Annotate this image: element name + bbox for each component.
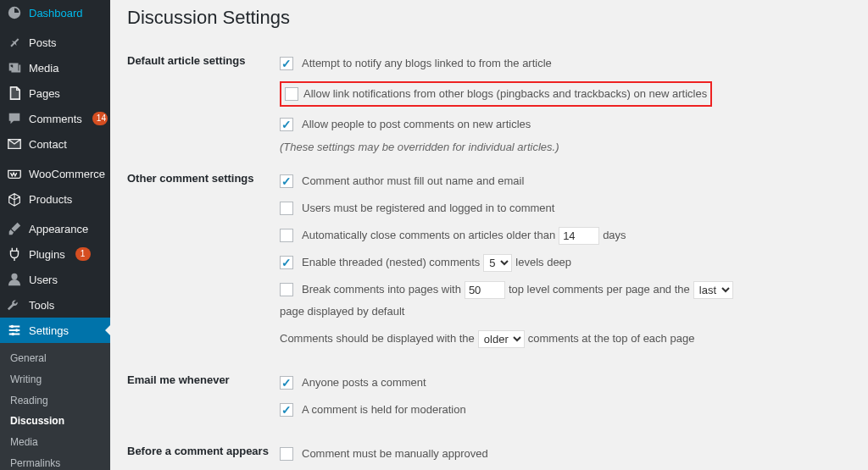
settings-form: Default article settings Attempt to noti… xyxy=(127,44,851,470)
checkbox-auto-close[interactable] xyxy=(280,229,293,242)
sidebar-item-settings[interactable]: Settings xyxy=(0,318,110,343)
label-email-anyone[interactable]: Anyone posts a comment xyxy=(302,373,426,392)
sidebar-item-comments[interactable]: Comments14 xyxy=(0,106,110,131)
pages-icon xyxy=(7,86,22,101)
sidebar-item-label: Tools xyxy=(29,299,54,312)
select-comment-order[interactable]: older xyxy=(478,330,525,348)
label-break-mid: top level comments per page and the xyxy=(509,280,690,299)
sidebar-item-products[interactable]: Products xyxy=(0,186,110,212)
select-break-page[interactable]: last xyxy=(693,281,733,299)
label-break-pre[interactable]: Break comments into pages with xyxy=(302,280,461,299)
sidebar-item-label: Products xyxy=(29,193,72,206)
label-name-email[interactable]: Comment author must fill out name and em… xyxy=(302,172,524,191)
mail-icon xyxy=(7,136,22,152)
default-article-hint: (These settings may be overridden for in… xyxy=(280,141,851,153)
label-notify-blogs[interactable]: Attempt to notify any blogs linked to fr… xyxy=(302,54,552,73)
section-email-heading: Email me whenever xyxy=(127,363,280,434)
settings-submenu: GeneralWritingReadingDiscussionMediaPerm… xyxy=(0,343,110,470)
sidebar-item-label: Appearance xyxy=(29,223,88,235)
checkbox-name-email[interactable] xyxy=(280,174,293,188)
submenu-item-permalinks[interactable]: Permalinks xyxy=(0,453,110,470)
checkbox-manual-approve[interactable] xyxy=(280,447,293,461)
sidebar-item-label: Media xyxy=(29,62,58,75)
sidebar-item-label: Contact xyxy=(29,138,67,151)
checkbox-threaded[interactable] xyxy=(280,256,293,269)
sidebar-item-contact[interactable]: Contact xyxy=(0,131,110,157)
sidebar-item-media[interactable]: Media xyxy=(0,55,110,80)
select-threaded-levels[interactable]: 5 xyxy=(483,254,512,272)
label-email-held[interactable]: A comment is held for moderation xyxy=(302,401,466,419)
submenu-item-media[interactable]: Media xyxy=(0,432,110,453)
label-registered[interactable]: Users must be registered and logged in t… xyxy=(302,199,554,218)
sidebar-item-label: Settings xyxy=(29,324,69,337)
media-icon xyxy=(7,60,22,75)
sidebar-item-label: Pages xyxy=(29,87,60,100)
badge-count: 14 xyxy=(92,112,108,125)
sidebar-item-users[interactable]: Users xyxy=(0,267,110,292)
sidebar-item-label: Posts xyxy=(29,36,57,49)
input-break-count[interactable] xyxy=(465,281,505,299)
input-auto-close-days[interactable] xyxy=(559,227,599,245)
label-order-pre: Comments should be displayed with the xyxy=(280,329,475,348)
highlight-pingback-option: Allow link notifications from other blog… xyxy=(280,81,712,107)
label-break-post: page displayed by default xyxy=(280,302,404,321)
sidebar-item-woocommerce[interactable]: WooCommerce xyxy=(0,161,110,186)
sidebar-item-label: WooCommerce xyxy=(29,168,105,180)
sidebar-item-label: Dashboard xyxy=(29,7,83,19)
checkbox-allow-comments[interactable] xyxy=(280,118,293,131)
dashboard-icon xyxy=(7,5,22,20)
page-title: Discussion Settings xyxy=(127,7,851,29)
product-icon xyxy=(7,191,22,207)
sidebar-item-label: Plugins xyxy=(29,248,65,261)
label-allow-comments[interactable]: Allow people to post comments on new art… xyxy=(302,115,531,134)
svg-point-0 xyxy=(11,325,14,329)
label-order-post: comments at the top of each page xyxy=(528,329,695,348)
sidebar-item-posts[interactable]: Posts xyxy=(0,30,110,55)
checkbox-registered[interactable] xyxy=(280,202,293,215)
wrench-icon xyxy=(7,297,22,312)
label-threaded-pre[interactable]: Enable threaded (nested) comments xyxy=(302,253,480,272)
checkbox-allow-pingbacks[interactable] xyxy=(285,87,298,101)
svg-point-1 xyxy=(15,329,19,332)
sidebar-item-plugins[interactable]: Plugins1 xyxy=(0,241,110,267)
plug-icon xyxy=(7,246,22,262)
sidebar-item-label: Comments xyxy=(29,113,82,125)
label-threaded-post: levels deep xyxy=(515,253,571,272)
user-icon xyxy=(7,272,22,287)
sidebar-item-appearance[interactable]: Appearance xyxy=(0,216,110,241)
label-allow-pingbacks[interactable]: Allow link notifications from other blog… xyxy=(303,85,707,103)
submenu-item-general[interactable]: General xyxy=(0,348,110,369)
admin-sidebar: DashboardPostsMediaPagesComments14Contac… xyxy=(0,0,110,470)
svg-point-2 xyxy=(11,333,14,336)
label-auto-close-pre[interactable]: Automatically close comments on articles… xyxy=(302,226,555,245)
comment-icon xyxy=(7,111,22,126)
section-before-heading: Before a comment appears xyxy=(127,434,280,470)
settings-content: Discussion Settings Default article sett… xyxy=(110,0,868,470)
label-manual-approve[interactable]: Comment must be manually approved xyxy=(302,445,488,463)
sidebar-item-dashboard[interactable]: Dashboard xyxy=(0,0,110,25)
sidebar-item-pages[interactable]: Pages xyxy=(0,80,110,106)
sidebar-item-tools[interactable]: Tools xyxy=(0,292,110,318)
pin-icon xyxy=(7,35,22,50)
checkbox-email-anyone[interactable] xyxy=(280,376,293,390)
checkbox-notify-blogs[interactable] xyxy=(280,57,293,70)
submenu-item-writing[interactable]: Writing xyxy=(0,369,110,390)
label-auto-close-post: days xyxy=(603,226,626,245)
checkbox-email-held[interactable] xyxy=(280,403,293,417)
woo-icon xyxy=(7,166,22,181)
submenu-item-reading[interactable]: Reading xyxy=(0,390,110,412)
settings-icon xyxy=(7,323,22,338)
section-other-heading: Other comment settings xyxy=(127,162,280,363)
submenu-item-discussion[interactable]: Discussion xyxy=(0,411,110,432)
badge-count: 1 xyxy=(75,247,91,261)
brush-icon xyxy=(7,221,22,236)
section-default-article-heading: Default article settings xyxy=(127,44,280,162)
sidebar-item-label: Users xyxy=(29,274,58,286)
checkbox-break-pages[interactable] xyxy=(280,283,293,296)
